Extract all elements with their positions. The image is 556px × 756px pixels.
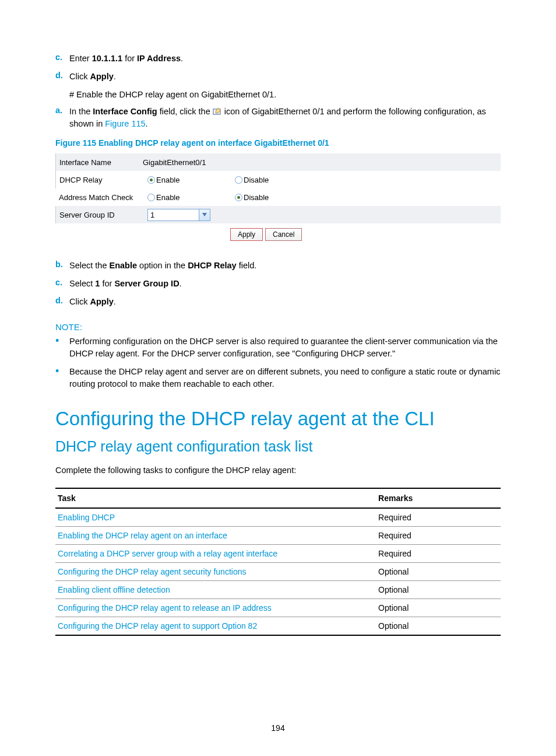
step-a-end: . xyxy=(146,119,148,128)
radio-dhcp-relay-disable[interactable]: Disable xyxy=(235,176,269,184)
table-row: Enabling the DHCP relay agent on an inte… xyxy=(55,527,501,545)
bullet-icon: • xyxy=(55,335,69,360)
cancel-button[interactable]: Cancel xyxy=(265,228,302,241)
radio-label-enable: Enable xyxy=(156,176,180,184)
radio-label-disable-2: Disable xyxy=(244,193,269,202)
server-group-id-value: 1 xyxy=(148,211,199,219)
label-address-match: Address Match Check xyxy=(55,188,143,206)
step-text: Enter 10.1.1.1 for IP Address. xyxy=(69,52,501,65)
task-remark: Required xyxy=(376,545,501,563)
fig-row-dhcp-relay: DHCP Relay Enable Disable xyxy=(55,171,501,188)
step-text: Click Apply. xyxy=(69,296,501,308)
note-text: Because the DHCP relay agent and server … xyxy=(69,366,501,390)
col-remarks: Remarks xyxy=(376,488,501,508)
heading-cli: Configuring the DHCP relay agent at the … xyxy=(55,408,501,430)
page-number: 194 xyxy=(0,723,556,733)
value-interface-name: GigabitEthernet0/1 xyxy=(143,153,230,171)
bullet-icon: • xyxy=(55,366,69,390)
step-list-top: c.Enter 10.1.1.1 for IP Address.d.Click … xyxy=(55,52,501,83)
task-table: Task Remarks Enabling DHCPRequiredEnabli… xyxy=(55,488,501,636)
step-a-container: a. In the Interface Config field, click … xyxy=(55,106,501,130)
radio-icon-selected xyxy=(147,176,155,184)
edit-config-icon xyxy=(213,107,222,115)
page: c.Enter 10.1.1.1 for IP Address.d.Click … xyxy=(0,0,556,756)
note-heading: NOTE: xyxy=(55,322,501,332)
label-interface-name: Interface Name xyxy=(55,153,143,171)
step-letter-a: a. xyxy=(55,106,69,130)
radio-icon-selected xyxy=(235,194,242,201)
task-link[interactable]: Enabling DHCP xyxy=(58,513,115,522)
figure-115-caption: Figure 115 Enabling DHCP relay agent on … xyxy=(55,138,501,148)
radio-label-disable: Disable xyxy=(244,176,269,184)
radio-label-enable-2: Enable xyxy=(156,193,180,202)
task-link[interactable]: Correlating a DHCP server group with a r… xyxy=(58,549,277,558)
hash-enable-line: # Enable the DHCP relay agent on Gigabit… xyxy=(69,89,501,101)
fig-row-address-match: Address Match Check Enable Disable xyxy=(55,188,501,206)
radio-icon-unselected xyxy=(147,194,155,201)
figure-115: Interface Name GigabitEthernet0/1 DHCP R… xyxy=(55,153,501,243)
label-dhcp-relay: DHCP Relay xyxy=(55,171,143,188)
label-server-group-id: Server Group ID xyxy=(55,206,143,223)
table-row: Configuring the DHCP relay agent to rele… xyxy=(55,599,501,617)
radio-dhcp-relay-enable[interactable]: Enable xyxy=(147,176,180,184)
radio-addr-match-enable[interactable]: Enable xyxy=(147,193,180,202)
step-letter: c. xyxy=(55,52,69,65)
step-a-mid1: field, click the xyxy=(157,107,213,116)
table-row: Enabling client offline detectionOptiona… xyxy=(55,581,501,599)
task-link[interactable]: Configuring the DHCP relay agent to rele… xyxy=(58,603,272,612)
step-text: Select the Enable option in the DHCP Rel… xyxy=(69,260,501,272)
intro-text: Complete the following tasks to configur… xyxy=(55,466,501,475)
server-group-id-select[interactable]: 1 xyxy=(147,209,210,221)
figure-115-link[interactable]: Figure 115 xyxy=(105,119,145,128)
task-remark: Required xyxy=(376,508,501,527)
fig-row-server-group: Server Group ID 1 xyxy=(55,206,501,223)
step-a-prefix: In the xyxy=(69,107,93,116)
step-a-interface-config: Interface Config xyxy=(93,107,157,116)
task-remark: Optional xyxy=(376,599,501,617)
table-row: Enabling DHCPRequired xyxy=(55,508,501,527)
task-remark: Optional xyxy=(376,581,501,599)
chevron-down-icon xyxy=(199,209,210,220)
task-remark: Required xyxy=(376,527,501,545)
col-task: Task xyxy=(55,488,376,508)
step-text: Click Apply. xyxy=(69,71,501,83)
task-link[interactable]: Enabling client offline detection xyxy=(58,585,170,594)
table-row: Configuring the DHCP relay agent securit… xyxy=(55,563,501,581)
radio-icon-unselected xyxy=(235,176,242,184)
task-remark: Optional xyxy=(376,617,501,636)
figure-button-row: Apply Cancel xyxy=(55,223,501,243)
heading-task-list: DHCP relay agent configuration task list xyxy=(55,438,501,455)
note-bullets: •Performing configuration on the DHCP se… xyxy=(55,335,501,390)
step-a-text: In the Interface Config field, click the… xyxy=(69,106,501,130)
step-list-mid: b.Select the Enable option in the DHCP R… xyxy=(55,260,501,308)
apply-button[interactable]: Apply xyxy=(230,228,263,241)
task-remark: Optional xyxy=(376,563,501,581)
task-link[interactable]: Configuring the DHCP relay agent securit… xyxy=(58,567,246,576)
note-text: Performing configuration on the DHCP ser… xyxy=(69,335,501,360)
radio-addr-match-disable[interactable]: Disable xyxy=(235,193,269,202)
table-row: Configuring the DHCP relay agent to supp… xyxy=(55,617,501,636)
step-letter: c. xyxy=(55,278,69,290)
step-letter: d. xyxy=(55,71,69,83)
table-row: Correlating a DHCP server group with a r… xyxy=(55,545,501,563)
fig-row-interface-name: Interface Name GigabitEthernet0/1 xyxy=(55,153,501,171)
task-link[interactable]: Enabling the DHCP relay agent on an inte… xyxy=(58,531,227,540)
step-letter: d. xyxy=(55,296,69,308)
step-letter: b. xyxy=(55,260,69,272)
task-link[interactable]: Configuring the DHCP relay agent to supp… xyxy=(58,621,257,631)
step-text: Select 1 for Server Group ID. xyxy=(69,278,501,290)
